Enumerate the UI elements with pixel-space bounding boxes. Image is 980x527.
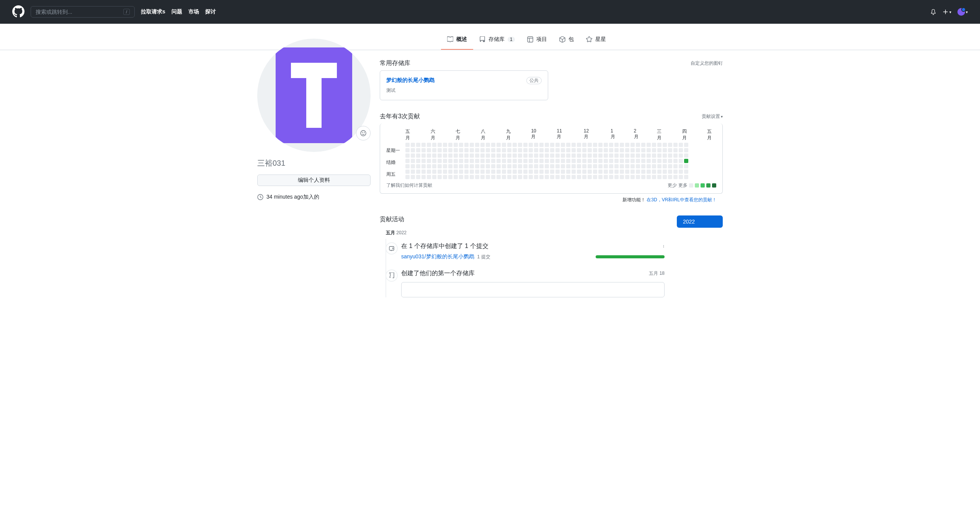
contribution-cell[interactable]	[454, 170, 458, 174]
contribution-cell[interactable]	[534, 148, 538, 152]
contribution-cell[interactable]	[443, 153, 447, 158]
contribution-cell[interactable]	[620, 153, 624, 158]
contribution-cell[interactable]	[491, 159, 495, 163]
contribution-cell[interactable]	[448, 175, 452, 179]
contribution-cell[interactable]	[636, 175, 640, 179]
nav-discuss[interactable]: 探讨	[205, 8, 216, 15]
contribution-cell[interactable]	[443, 170, 447, 174]
contribution-cell[interactable]	[566, 148, 570, 152]
user-menu[interactable]: ▾	[957, 8, 968, 16]
contribution-cell[interactable]	[454, 175, 458, 179]
expand-icon[interactable]: ⫶	[663, 244, 665, 248]
contribution-cell[interactable]	[657, 143, 662, 147]
contribution-cell[interactable]	[641, 148, 645, 152]
year-2022-button[interactable]: 2022	[677, 215, 723, 228]
contribution-cell[interactable]	[513, 164, 517, 168]
contribution-cell[interactable]	[657, 148, 662, 152]
contribution-cell[interactable]	[620, 175, 624, 179]
contribution-cell[interactable]	[470, 159, 474, 163]
contribution-cell[interactable]	[641, 170, 645, 174]
set-status-button[interactable]	[356, 126, 371, 140]
contribution-cell[interactable]	[593, 175, 597, 179]
contribution-cell[interactable]	[416, 170, 420, 174]
contribution-cell[interactable]	[614, 159, 619, 163]
contribution-cell[interactable]	[464, 170, 469, 174]
contribution-cell[interactable]	[630, 170, 635, 174]
contribution-cell[interactable]	[421, 164, 426, 168]
contribution-cell[interactable]	[673, 143, 678, 147]
contribution-cell[interactable]	[523, 159, 528, 163]
contribution-cell[interactable]	[614, 170, 619, 174]
contribution-cell[interactable]	[609, 159, 613, 163]
contribution-cell[interactable]	[539, 164, 544, 168]
contribution-settings[interactable]: 贡献设置▾	[702, 113, 723, 120]
contribution-cell[interactable]	[641, 164, 645, 168]
contribution-cell[interactable]	[529, 164, 533, 168]
contribution-cell[interactable]	[630, 159, 635, 163]
contribution-cell[interactable]	[652, 170, 656, 174]
contribution-cell[interactable]	[497, 170, 501, 174]
repo-link[interactable]: 梦幻般的长尾小鹦鹉	[386, 77, 434, 84]
contribution-cell[interactable]	[464, 159, 469, 163]
contribution-cell[interactable]	[630, 164, 635, 168]
contribution-cell[interactable]	[593, 170, 597, 174]
contribution-cell[interactable]	[411, 164, 415, 168]
contribution-cell[interactable]	[421, 153, 426, 158]
contribution-cell[interactable]	[454, 164, 458, 168]
contribution-cell[interactable]	[566, 164, 570, 168]
contribution-cell[interactable]	[550, 170, 554, 174]
contribution-cell[interactable]	[529, 148, 533, 152]
contribution-cell[interactable]	[636, 153, 640, 158]
contribution-cell[interactable]	[513, 159, 517, 163]
contribution-cell[interactable]	[497, 148, 501, 152]
contribution-cell[interactable]	[475, 170, 479, 174]
contribution-cell[interactable]	[598, 175, 603, 179]
contribution-cell[interactable]	[647, 175, 651, 179]
contribution-cell[interactable]	[507, 175, 511, 179]
contribution-cell[interactable]	[625, 153, 629, 158]
skyline-link[interactable]: 在3D，VR和IRL中查看您的贡献！	[647, 197, 717, 202]
contribution-cell[interactable]	[518, 159, 522, 163]
contribution-cell[interactable]	[668, 148, 672, 152]
contribution-cell[interactable]	[486, 143, 490, 147]
contribution-cell[interactable]	[636, 148, 640, 152]
contribution-cell[interactable]	[625, 164, 629, 168]
contribution-cell[interactable]	[491, 148, 495, 152]
contribution-cell[interactable]	[405, 153, 410, 158]
github-logo[interactable]	[12, 5, 24, 19]
contribution-cell[interactable]	[480, 164, 485, 168]
contribution-cell[interactable]	[577, 164, 581, 168]
contribution-cell[interactable]	[416, 159, 420, 163]
contribution-cell[interactable]	[566, 143, 570, 147]
contribution-cell[interactable]	[529, 170, 533, 174]
contribution-cell[interactable]	[679, 175, 683, 179]
contribution-cell[interactable]	[614, 143, 619, 147]
contribution-cell[interactable]	[518, 175, 522, 179]
contribution-cell[interactable]	[427, 148, 431, 152]
contribution-cell[interactable]	[609, 143, 613, 147]
contribution-cell[interactable]	[518, 164, 522, 168]
contribution-cell[interactable]	[641, 159, 645, 163]
contribution-cell[interactable]	[620, 143, 624, 147]
commit-repo-link[interactable]: sanyu031/梦幻般的长尾小鹦鹉	[401, 253, 474, 259]
contribution-cell[interactable]	[572, 143, 576, 147]
contribution-cell[interactable]	[652, 148, 656, 152]
contribution-cell[interactable]	[486, 164, 490, 168]
contribution-cell[interactable]	[523, 143, 528, 147]
contribution-cell[interactable]	[497, 175, 501, 179]
contribution-cell[interactable]	[668, 153, 672, 158]
contribution-cell[interactable]	[588, 148, 592, 152]
contribution-cell[interactable]	[448, 170, 452, 174]
contribution-cell[interactable]	[566, 175, 570, 179]
contribution-cell[interactable]	[561, 170, 565, 174]
contribution-cell[interactable]	[609, 148, 613, 152]
contribution-cell[interactable]	[684, 143, 688, 147]
contribution-cell[interactable]	[480, 148, 485, 152]
contribution-cell[interactable]	[416, 148, 420, 152]
contribution-cell[interactable]	[416, 175, 420, 179]
contribution-cell[interactable]	[679, 143, 683, 147]
contribution-cell[interactable]	[673, 164, 678, 168]
contribution-cell[interactable]	[663, 159, 667, 163]
contribution-cell[interactable]	[464, 148, 469, 152]
contribution-cell[interactable]	[625, 143, 629, 147]
